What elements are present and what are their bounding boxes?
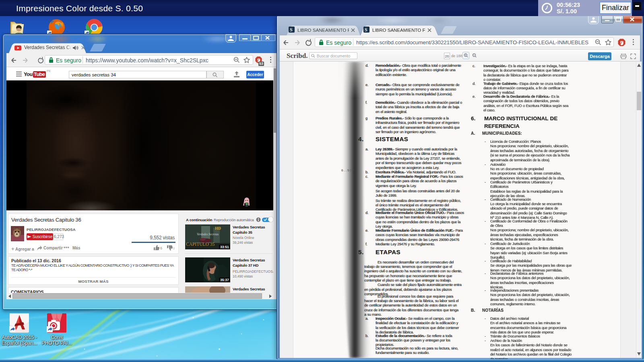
svg-text:35:37: 35:37 bbox=[220, 278, 229, 282]
svg-text:6: 6 bbox=[160, 246, 162, 250]
svg-text:CAPITULO 35: CAPITULO 35 bbox=[186, 242, 215, 247]
svg-text:S: S bbox=[365, 27, 367, 33]
svg-text:33:51: 33:51 bbox=[220, 245, 229, 249]
svg-text:HD: HD bbox=[215, 226, 221, 230]
svg-text:Verdades Secretas: Verdades Secretas bbox=[197, 232, 219, 236]
svg-text:S: S bbox=[290, 27, 293, 33]
svg-text:1: 1 bbox=[173, 247, 174, 250]
